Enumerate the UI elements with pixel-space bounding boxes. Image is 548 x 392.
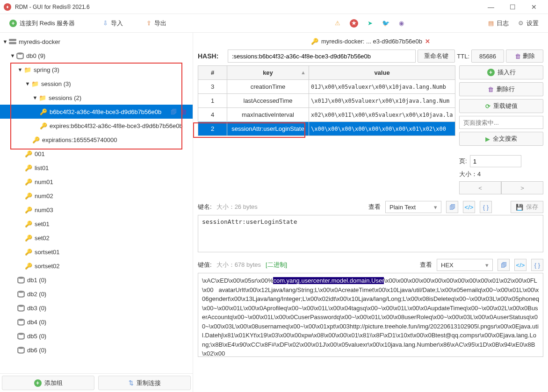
key-name-input[interactable] — [228, 50, 416, 63]
tree-key-expires[interactable]: 🔑 expires:b6bc4f32-a36c-4f8e-bce3-d9d6b7… — [0, 119, 193, 133]
col-index[interactable]: # — [198, 66, 227, 80]
tree-spring[interactable]: 📁 spring (3) — [0, 63, 193, 77]
twitter-icon[interactable]: 🐦 — [377, 18, 394, 29]
svg-point-5 — [18, 305, 24, 307]
page-search-input[interactable] — [459, 116, 543, 129]
table-row[interactable]: 4maxInactiveIntervalx02\x00\x01I\x00\x05… — [198, 108, 455, 122]
tree-sessions[interactable]: 📁 sessions (2) — [0, 91, 193, 105]
key-icon: 🔑 — [24, 164, 33, 172]
code-button[interactable]: </> — [514, 259, 526, 271]
import-button[interactable]: ⇩ 导入 — [98, 17, 128, 29]
view-label: 查看 — [368, 203, 381, 211]
settings-button[interactable]: ⚙ 设置 — [513, 17, 543, 29]
trash-icon: 🗑 — [488, 86, 494, 93]
minimize-button[interactable]: — — [481, 0, 501, 14]
svg-point-4 — [18, 291, 24, 293]
tree-db[interactable]: db6 (0) — [0, 343, 193, 357]
col-value[interactable]: value — [309, 66, 455, 80]
col-key[interactable]: key▲ — [227, 66, 309, 80]
hash-table[interactable]: # key▲ value 3creationTime01J\x00\x05val… — [198, 65, 455, 136]
json-button[interactable]: { } — [480, 201, 492, 213]
reload-button[interactable]: ⟳重载键值 — [459, 99, 543, 113]
delete-key-button[interactable]: 🗑 删除 — [506, 50, 543, 63]
key-view-mode-select[interactable]: Plain Text▾ — [385, 201, 441, 213]
key-icon: 🔑 — [24, 178, 33, 186]
copy-button[interactable]: 🗐 — [446, 201, 458, 213]
table-row[interactable]: 3creationTime01J\x00\x05valuexr\x00\x10j… — [198, 80, 455, 94]
json-button[interactable]: { } — [531, 259, 543, 271]
connect-button[interactable]: + 连接到 Redis 服务器 — [5, 17, 79, 29]
value-view-mode-select[interactable]: HEX▾ — [437, 259, 493, 271]
app-icon: ♦ — [4, 3, 11, 11]
tree-key[interactable]: 🔑list01 — [0, 161, 193, 175]
tree-key[interactable]: 🔑sortset02 — [0, 259, 193, 273]
reconnect-button[interactable]: ⇅ 重制连接 — [98, 376, 191, 390]
page-prev-button[interactable]: < — [459, 181, 501, 194]
maximize-button[interactable]: ☐ — [502, 0, 523, 14]
save-key-button[interactable]: 💾保存 — [511, 201, 543, 213]
telegram-icon[interactable]: ➤ — [363, 18, 377, 29]
tree-key[interactable]: 🔑001 — [0, 147, 193, 161]
star-icon[interactable]: ★ — [345, 17, 363, 29]
page-input[interactable] — [470, 155, 521, 167]
tree-key[interactable]: 🔑num02 — [0, 189, 193, 203]
full-search-button[interactable]: ▶全文搜索 — [459, 132, 543, 146]
copy-icon[interactable]: 🗐 — [169, 107, 178, 116]
insert-row-button[interactable]: +插入行 — [459, 65, 543, 79]
connection-tree[interactable]: myredis-docker db0 (9) 📁 spring (3) 📁 se… — [0, 33, 193, 373]
export-button[interactable]: ⇧ 导出 — [142, 17, 171, 29]
plus-icon: + — [9, 20, 17, 27]
binary-badge: [二进制] — [266, 261, 287, 269]
tree-key[interactable]: 🔑set01 — [0, 217, 193, 231]
tree-db0[interactable]: db0 (9) — [0, 49, 193, 63]
tab-close-button[interactable]: ✕ — [425, 38, 430, 45]
page-label: 页: — [459, 157, 467, 165]
reload-icon: ⟳ — [485, 103, 490, 110]
plus-icon: + — [34, 379, 42, 387]
tree-db[interactable]: db1 (0) — [0, 273, 193, 287]
copy-button[interactable]: 🗐 — [498, 259, 510, 271]
ttl-button[interactable]: 85686 — [471, 50, 504, 63]
tree-db[interactable]: db2 (0) — [0, 287, 193, 301]
folder-icon: 📁 — [31, 79, 39, 88]
db-icon — [17, 318, 25, 326]
tree-key[interactable]: 🔑sortset01 — [0, 245, 193, 259]
svg-point-3 — [18, 277, 24, 279]
add-group-button[interactable]: + 添加组 — [2, 376, 94, 390]
save-icon: 💾 — [516, 204, 523, 211]
key-icon: 🔑 — [24, 262, 33, 270]
tree-db[interactable]: db3 (0) — [0, 301, 193, 315]
tree-session[interactable]: 📁 session (3) — [0, 77, 193, 91]
tree-server[interactable]: myredis-docker — [0, 35, 193, 49]
key-text[interactable]: sessionAttr:userLoginState — [198, 215, 543, 252]
tree-key[interactable]: 🔑set02 — [0, 231, 193, 245]
log-button[interactable]: ▤ 日志 — [483, 17, 513, 29]
tree-key[interactable]: 🔑num01 — [0, 175, 193, 189]
key-icon: 🔑 — [39, 107, 48, 116]
trash-icon[interactable]: 🗑 — [180, 107, 188, 116]
delete-row-button[interactable]: 🗑删除行 — [459, 82, 543, 96]
table-row-selected[interactable]: 2sessionAttr:userLoginState\x00\x00\x00\… — [198, 122, 455, 136]
tree-db[interactable]: db5 (0) — [0, 329, 193, 343]
key-icon: 🔑 — [24, 206, 33, 214]
titlebar: ♦ RDM - GUI for Redis® 2021.6 — ☐ ✕ — [0, 0, 548, 14]
size-label: 大小：4 — [459, 170, 481, 178]
value-hex[interactable]: \xAC\xED\x00\x05sr\x00%com.yang.usercent… — [198, 273, 543, 357]
folder-icon: 📁 — [38, 93, 47, 102]
code-button[interactable]: </> — [463, 201, 475, 213]
db-icon — [17, 346, 25, 354]
table-row[interactable]: 1lastAccessedTime\x01J\x00\x05valuexr\x0… — [198, 94, 455, 108]
alert-icon[interactable]: ⚠ — [330, 18, 345, 29]
tree-db[interactable]: db4 (0) — [0, 315, 193, 329]
group-icon[interactable]: ◉ — [394, 18, 409, 29]
swap-icon: ⇅ — [129, 379, 134, 386]
tree-key-expirations[interactable]: 🔑 expirations:1655545740000 — [0, 133, 193, 147]
close-button[interactable]: ✕ — [524, 0, 544, 14]
tree-key[interactable]: 🔑num03 — [0, 203, 193, 217]
page-next-button[interactable]: > — [501, 181, 543, 194]
folder-icon: 📁 — [23, 65, 32, 74]
chevron-down-icon: ▾ — [485, 262, 489, 269]
rename-button[interactable]: 重命名键 — [418, 50, 455, 63]
tree-key-selected[interactable]: 🔑 b6bc4f32-a36c-4f8e-bce3-d9d6b7b56e0b 🗐… — [0, 105, 193, 119]
svg-point-8 — [18, 347, 24, 349]
